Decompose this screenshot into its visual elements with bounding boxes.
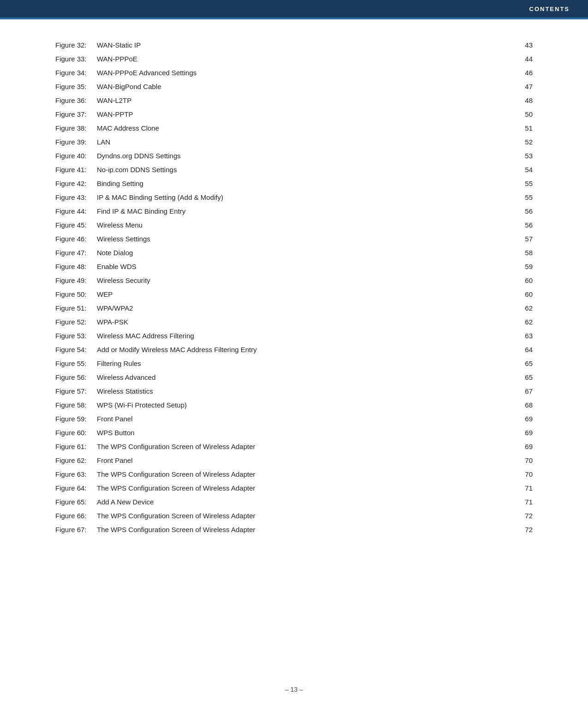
toc-label: Figure 45: — [55, 218, 97, 232]
toc-row: Figure 42:Binding Setting55 — [55, 176, 533, 190]
toc-page: 70 — [505, 467, 533, 481]
toc-page: 59 — [505, 259, 533, 273]
toc-description: The WPS Configuration Screen of Wireless… — [97, 481, 505, 495]
toc-description: Front Panel — [97, 453, 505, 467]
toc-description: Find IP & MAC Binding Entry — [97, 204, 505, 218]
toc-page: 71 — [505, 495, 533, 509]
toc-description: The WPS Configuration Screen of Wireless… — [97, 439, 505, 453]
toc-description: Note Dialog — [97, 246, 505, 259]
toc-page: 62 — [505, 315, 533, 329]
toc-page: 56 — [505, 218, 533, 232]
toc-row: Figure 50:WEP60 — [55, 287, 533, 301]
toc-row: Figure 48:Enable WDS59 — [55, 259, 533, 273]
toc-row: Figure 37:WAN-PPTP50 — [55, 107, 533, 121]
toc-row: Figure 64:The WPS Configuration Screen o… — [55, 481, 533, 495]
toc-label: Figure 50: — [55, 287, 97, 301]
toc-page: 50 — [505, 107, 533, 121]
toc-description: Wireless Settings — [97, 232, 505, 246]
toc-row: Figure 56:Wireless Advanced65 — [55, 370, 533, 384]
toc-row: Figure 40:Dyndns.org DDNS Settings53 — [55, 149, 533, 162]
toc-row: Figure 39:LAN52 — [55, 135, 533, 149]
toc-description: MAC Address Clone — [97, 121, 505, 135]
toc-page: 56 — [505, 204, 533, 218]
toc-label: Figure 40: — [55, 149, 97, 162]
toc-label: Figure 65: — [55, 495, 97, 509]
toc-description: Binding Setting — [97, 176, 505, 190]
toc-label: Figure 36: — [55, 93, 97, 107]
toc-page: 71 — [505, 481, 533, 495]
toc-page: 53 — [505, 149, 533, 162]
toc-label: Figure 54: — [55, 342, 97, 356]
toc-page: 63 — [505, 329, 533, 342]
toc-description: WAN-PPPoE — [97, 52, 505, 66]
toc-description: WEP — [97, 287, 505, 301]
toc-row: Figure 62:Front Panel70 — [55, 453, 533, 467]
toc-description: Dyndns.org DDNS Settings — [97, 149, 505, 162]
toc-label: Figure 59: — [55, 412, 97, 425]
toc-page: 69 — [505, 439, 533, 453]
toc-description: The WPS Configuration Screen of Wireless… — [97, 522, 505, 536]
toc-row: Figure 53:Wireless MAC Address Filtering… — [55, 329, 533, 342]
toc-label: Figure 66: — [55, 509, 97, 522]
toc-row: Figure 44:Find IP & MAC Binding Entry56 — [55, 204, 533, 218]
toc-row: Figure 60:WPS Button69 — [55, 425, 533, 439]
toc-description: No-ip.com DDNS Settings — [97, 162, 505, 176]
toc-label: Figure 53: — [55, 329, 97, 342]
toc-row: Figure 59:Front Panel69 — [55, 412, 533, 425]
toc-description: WAN-BigPond Cable — [97, 79, 505, 93]
toc-page: 51 — [505, 121, 533, 135]
toc-label: Figure 34: — [55, 66, 97, 79]
toc-page: 65 — [505, 370, 533, 384]
toc-row: Figure 36:WAN-L2TP48 — [55, 93, 533, 107]
toc-description: The WPS Configuration Screen of Wireless… — [97, 509, 505, 522]
toc-page: 62 — [505, 301, 533, 315]
toc-description: Front Panel — [97, 412, 505, 425]
toc-label: Figure 48: — [55, 259, 97, 273]
toc-label: Figure 56: — [55, 370, 97, 384]
toc-label: Figure 67: — [55, 522, 97, 536]
toc-label: Figure 39: — [55, 135, 97, 149]
toc-description: WPS Button — [97, 425, 505, 439]
toc-row: Figure 58:WPS (Wi-Fi Protected Setup)68 — [55, 398, 533, 412]
toc-label: Figure 61: — [55, 439, 97, 453]
toc-label: Figure 35: — [55, 79, 97, 93]
toc-row: Figure 47:Note Dialog58 — [55, 246, 533, 259]
toc-row: Figure 46:Wireless Settings57 — [55, 232, 533, 246]
toc-row: Figure 51:WPA/WPA262 — [55, 301, 533, 315]
toc-row: Figure 65:Add A New Device71 — [55, 495, 533, 509]
toc-page: 69 — [505, 412, 533, 425]
header-bar: Contents — [0, 0, 588, 18]
toc-page: 44 — [505, 52, 533, 66]
toc-row: Figure 45:Wireless Menu56 — [55, 218, 533, 232]
toc-row: Figure 61:The WPS Configuration Screen o… — [55, 439, 533, 453]
page-container: Contents Figure 32:WAN-Static IP43Figure… — [0, 0, 588, 707]
toc-row: Figure 35:WAN-BigPond Cable47 — [55, 79, 533, 93]
toc-label: Figure 60: — [55, 425, 97, 439]
toc-description: WPA-PSK — [97, 315, 505, 329]
toc-description: WPS (Wi-Fi Protected Setup) — [97, 398, 505, 412]
toc-label: Figure 41: — [55, 162, 97, 176]
toc-row: Figure 66:The WPS Configuration Screen o… — [55, 509, 533, 522]
toc-description: Wireless Advanced — [97, 370, 505, 384]
toc-page: 69 — [505, 425, 533, 439]
toc-page: 43 — [505, 38, 533, 52]
toc-page: 72 — [505, 522, 533, 536]
footer: – 13 – — [0, 686, 588, 693]
toc-page: 64 — [505, 342, 533, 356]
toc-description: Add or Modify Wireless MAC Address Filte… — [97, 342, 505, 356]
toc-label: Figure 63: — [55, 467, 97, 481]
toc-page: 55 — [505, 176, 533, 190]
toc-description: The WPS Configuration Screen of Wireless… — [97, 467, 505, 481]
footer-text: – 13 – — [285, 686, 303, 693]
header-title: Contents — [529, 6, 570, 12]
toc-page: 48 — [505, 93, 533, 107]
toc-label: Figure 49: — [55, 273, 97, 287]
toc-label: Figure 51: — [55, 301, 97, 315]
content-area: Figure 32:WAN-Static IP43Figure 33:WAN-P… — [0, 19, 588, 564]
toc-label: Figure 46: — [55, 232, 97, 246]
toc-page: 55 — [505, 190, 533, 204]
toc-label: Figure 52: — [55, 315, 97, 329]
toc-description: Enable WDS — [97, 259, 505, 273]
toc-description: Wireless Statistics — [97, 384, 505, 398]
toc-label: Figure 55: — [55, 356, 97, 370]
